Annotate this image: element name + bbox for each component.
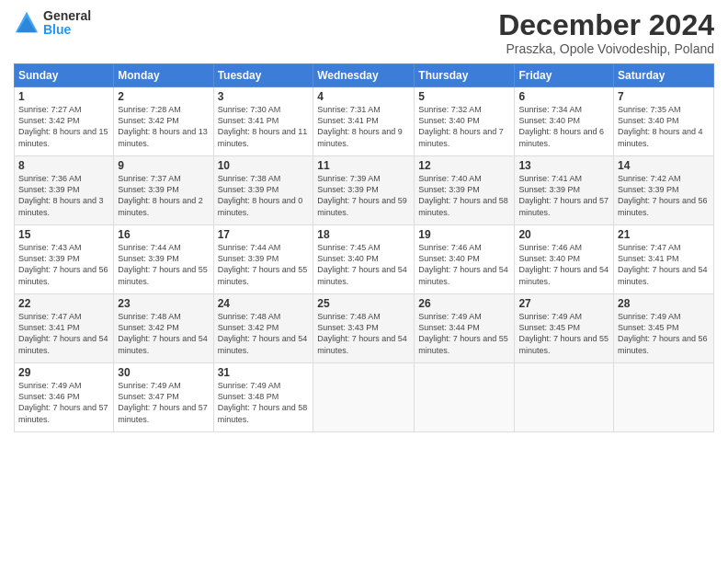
day-number: 1: [18, 90, 109, 103]
empty-cell: [313, 363, 415, 432]
day-cell-30: 30Sunrise: 7:49 AMSunset: 3:47 PMDayligh…: [114, 363, 213, 432]
day-cell-12: 12Sunrise: 7:40 AMSunset: 3:39 PMDayligh…: [415, 156, 515, 225]
day-number: 29: [18, 366, 109, 379]
day-number: 9: [118, 159, 209, 172]
day-cell-15: 15Sunrise: 7:43 AMSunset: 3:39 PMDayligh…: [15, 225, 114, 294]
week-row-4: 22Sunrise: 7:47 AMSunset: 3:41 PMDayligh…: [15, 294, 714, 363]
day-number: 14: [618, 159, 710, 172]
day-cell-9: 9Sunrise: 7:37 AMSunset: 3:39 PMDaylight…: [114, 156, 213, 225]
day-info: Sunrise: 7:49 AMSunset: 3:44 PMDaylight:…: [418, 311, 510, 356]
day-cell-20: 20Sunrise: 7:46 AMSunset: 3:40 PMDayligh…: [515, 225, 614, 294]
day-cell-31: 31Sunrise: 7:49 AMSunset: 3:48 PMDayligh…: [213, 363, 313, 432]
day-number: 20: [518, 228, 609, 241]
day-cell-27: 27Sunrise: 7:49 AMSunset: 3:45 PMDayligh…: [515, 294, 614, 363]
day-info: Sunrise: 7:40 AMSunset: 3:39 PMDaylight:…: [418, 173, 510, 218]
day-info: Sunrise: 7:42 AMSunset: 3:39 PMDaylight:…: [618, 173, 710, 218]
page-container: General Blue December 2024 Praszka, Opol…: [0, 0, 728, 437]
day-number: 3: [218, 90, 310, 103]
day-number: 27: [518, 297, 609, 310]
day-number: 15: [18, 228, 109, 241]
day-number: 11: [317, 159, 410, 172]
day-info: Sunrise: 7:46 AMSunset: 3:40 PMDaylight:…: [518, 242, 609, 287]
day-info: Sunrise: 7:36 AMSunset: 3:39 PMDaylight:…: [18, 173, 109, 218]
day-number: 31: [218, 366, 310, 379]
day-header-friday: Friday: [515, 64, 614, 87]
day-info: Sunrise: 7:47 AMSunset: 3:41 PMDaylight:…: [618, 242, 710, 287]
day-info: Sunrise: 7:48 AMSunset: 3:42 PMDaylight:…: [218, 311, 310, 356]
day-number: 23: [118, 297, 209, 310]
day-info: Sunrise: 7:31 AMSunset: 3:41 PMDaylight:…: [317, 104, 410, 149]
logo-general: General: [43, 9, 91, 23]
day-cell-23: 23Sunrise: 7:48 AMSunset: 3:42 PMDayligh…: [114, 294, 213, 363]
calendar-table: SundayMondayTuesdayWednesdayThursdayFrid…: [14, 63, 714, 432]
day-info: Sunrise: 7:48 AMSunset: 3:42 PMDaylight:…: [118, 311, 209, 356]
day-header-wednesday: Wednesday: [313, 64, 415, 87]
day-number: 24: [218, 297, 310, 310]
logo-icon: [14, 10, 40, 36]
day-cell-24: 24Sunrise: 7:48 AMSunset: 3:42 PMDayligh…: [213, 294, 313, 363]
day-info: Sunrise: 7:49 AMSunset: 3:48 PMDaylight:…: [218, 380, 310, 425]
day-cell-19: 19Sunrise: 7:46 AMSunset: 3:40 PMDayligh…: [415, 225, 515, 294]
week-row-3: 15Sunrise: 7:43 AMSunset: 3:39 PMDayligh…: [15, 225, 714, 294]
month-title: December 2024: [498, 9, 714, 41]
day-number: 7: [618, 90, 710, 103]
day-info: Sunrise: 7:44 AMSunset: 3:39 PMDaylight:…: [118, 242, 209, 287]
day-cell-5: 5Sunrise: 7:32 AMSunset: 3:40 PMDaylight…: [415, 87, 515, 156]
day-number: 25: [317, 297, 410, 310]
day-info: Sunrise: 7:46 AMSunset: 3:40 PMDaylight:…: [418, 242, 510, 287]
day-number: 22: [18, 297, 109, 310]
day-cell-18: 18Sunrise: 7:45 AMSunset: 3:40 PMDayligh…: [313, 225, 415, 294]
day-cell-22: 22Sunrise: 7:47 AMSunset: 3:41 PMDayligh…: [15, 294, 114, 363]
day-cell-6: 6Sunrise: 7:34 AMSunset: 3:40 PMDaylight…: [515, 87, 614, 156]
logo-blue: Blue: [43, 23, 91, 37]
day-number: 17: [218, 228, 310, 241]
day-cell-26: 26Sunrise: 7:49 AMSunset: 3:44 PMDayligh…: [415, 294, 515, 363]
day-info: Sunrise: 7:43 AMSunset: 3:39 PMDaylight:…: [18, 242, 109, 287]
day-info: Sunrise: 7:41 AMSunset: 3:39 PMDaylight:…: [518, 173, 609, 218]
empty-cell: [415, 363, 515, 432]
day-number: 26: [418, 297, 510, 310]
day-cell-28: 28Sunrise: 7:49 AMSunset: 3:45 PMDayligh…: [614, 294, 714, 363]
day-info: Sunrise: 7:32 AMSunset: 3:40 PMDaylight:…: [418, 104, 510, 149]
day-cell-11: 11Sunrise: 7:39 AMSunset: 3:39 PMDayligh…: [313, 156, 415, 225]
day-cell-13: 13Sunrise: 7:41 AMSunset: 3:39 PMDayligh…: [515, 156, 614, 225]
header-row: SundayMondayTuesdayWednesdayThursdayFrid…: [15, 64, 714, 87]
day-header-sunday: Sunday: [15, 64, 114, 87]
day-cell-16: 16Sunrise: 7:44 AMSunset: 3:39 PMDayligh…: [114, 225, 213, 294]
day-header-thursday: Thursday: [415, 64, 515, 87]
day-header-tuesday: Tuesday: [213, 64, 313, 87]
day-cell-8: 8Sunrise: 7:36 AMSunset: 3:39 PMDaylight…: [15, 156, 114, 225]
day-cell-17: 17Sunrise: 7:44 AMSunset: 3:39 PMDayligh…: [213, 225, 313, 294]
empty-cell: [614, 363, 714, 432]
title-section: December 2024 Praszka, Opole Voivodeship…: [498, 9, 714, 56]
day-number: 21: [618, 228, 710, 241]
day-info: Sunrise: 7:49 AMSunset: 3:46 PMDaylight:…: [18, 380, 109, 425]
day-number: 5: [418, 90, 510, 103]
day-info: Sunrise: 7:28 AMSunset: 3:42 PMDaylight:…: [118, 104, 209, 149]
day-info: Sunrise: 7:27 AMSunset: 3:42 PMDaylight:…: [18, 104, 109, 149]
header: General Blue December 2024 Praszka, Opol…: [14, 9, 714, 56]
day-info: Sunrise: 7:30 AMSunset: 3:41 PMDaylight:…: [218, 104, 310, 149]
logo-text: General Blue: [43, 9, 91, 38]
day-cell-14: 14Sunrise: 7:42 AMSunset: 3:39 PMDayligh…: [614, 156, 714, 225]
day-info: Sunrise: 7:48 AMSunset: 3:43 PMDaylight:…: [317, 311, 410, 356]
day-info: Sunrise: 7:45 AMSunset: 3:40 PMDaylight:…: [317, 242, 410, 287]
day-header-saturday: Saturday: [614, 64, 714, 87]
day-number: 28: [618, 297, 710, 310]
day-info: Sunrise: 7:39 AMSunset: 3:39 PMDaylight:…: [317, 173, 410, 218]
day-cell-4: 4Sunrise: 7:31 AMSunset: 3:41 PMDaylight…: [313, 87, 415, 156]
day-number: 2: [118, 90, 209, 103]
day-info: Sunrise: 7:34 AMSunset: 3:40 PMDaylight:…: [518, 104, 609, 149]
day-number: 30: [118, 366, 209, 379]
day-cell-29: 29Sunrise: 7:49 AMSunset: 3:46 PMDayligh…: [15, 363, 114, 432]
day-number: 16: [118, 228, 209, 241]
day-info: Sunrise: 7:37 AMSunset: 3:39 PMDaylight:…: [118, 173, 209, 218]
day-info: Sunrise: 7:47 AMSunset: 3:41 PMDaylight:…: [18, 311, 109, 356]
day-number: 10: [218, 159, 310, 172]
week-row-1: 1Sunrise: 7:27 AMSunset: 3:42 PMDaylight…: [15, 87, 714, 156]
day-header-monday: Monday: [114, 64, 213, 87]
day-info: Sunrise: 7:44 AMSunset: 3:39 PMDaylight:…: [218, 242, 310, 287]
day-number: 12: [418, 159, 510, 172]
day-number: 6: [518, 90, 609, 103]
day-number: 8: [18, 159, 109, 172]
